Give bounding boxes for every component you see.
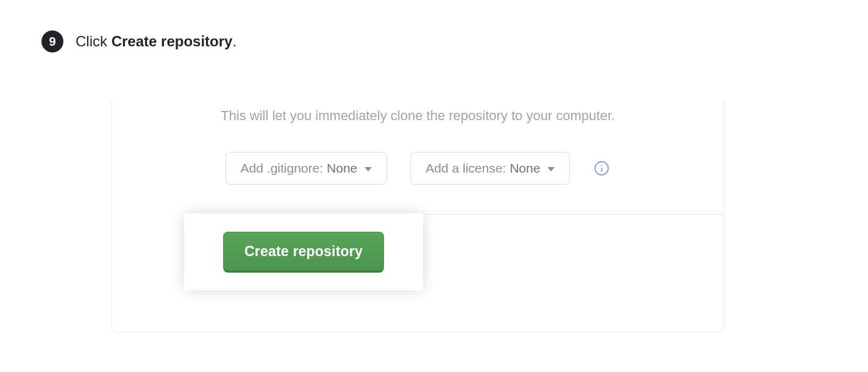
gitignore-dropdown[interactable]: Add .gitignore: None [226, 152, 388, 185]
panel-description: This will let you immediately clone the … [112, 108, 724, 124]
svg-point-2 [601, 165, 602, 166]
step-number: 9 [49, 35, 55, 49]
step-number-badge: 9 [41, 30, 63, 52]
dropdown-row: Add .gitignore: None Add a license: None [112, 152, 724, 185]
create-button-label: Create repository [244, 243, 363, 259]
gitignore-label: Add .gitignore: [241, 161, 323, 176]
license-dropdown[interactable]: Add a license: None [410, 152, 570, 185]
chevron-down-icon [547, 167, 555, 171]
step-prefix: Click [76, 33, 112, 49]
info-icon[interactable] [593, 160, 610, 177]
highlight-box: Create repository [184, 213, 423, 290]
create-repository-button[interactable]: Create repository [223, 232, 384, 273]
license-label: Add a license: [425, 161, 506, 176]
license-value: None [510, 161, 540, 176]
step-header: 9 Click Create repository. [41, 30, 237, 52]
chevron-down-icon [365, 167, 372, 171]
step-bold: Create repository [112, 33, 233, 49]
screenshot-panel: This will let you immediately clone the … [112, 101, 724, 332]
gitignore-value: None [327, 161, 357, 176]
step-suffix: . [232, 33, 237, 49]
step-instruction: Click Create repository. [76, 32, 237, 51]
